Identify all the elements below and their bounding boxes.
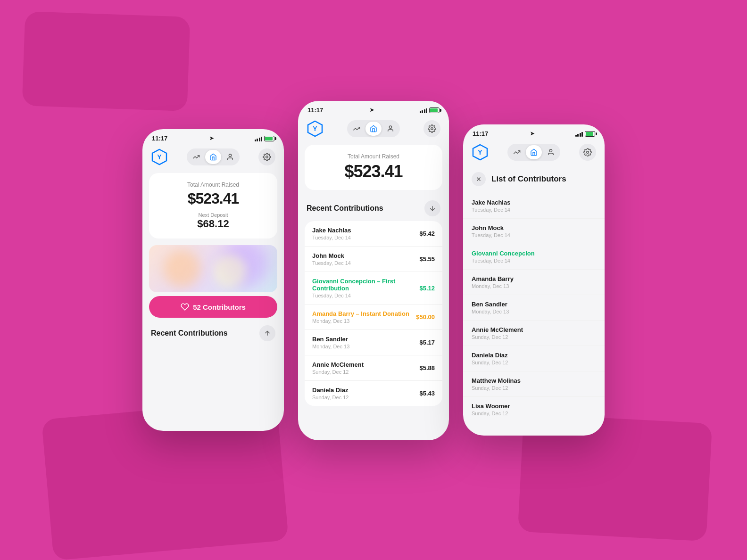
close-button-right[interactable] (472, 172, 486, 186)
total-raised-label-left: Total Amount Raised (158, 181, 268, 188)
svg-point-2 (229, 154, 231, 156)
contributors-button-left[interactable]: 52 Contributors (149, 296, 277, 318)
nav-tab-person-right[interactable] (543, 145, 559, 159)
nav-tab-person-center[interactable] (382, 122, 398, 136)
section-header-center: Recent Contributions (298, 193, 449, 221)
contributor-date-1: Tuesday, Dec 14 (472, 232, 596, 238)
contrib-amount-4: $5.17 (419, 339, 435, 346)
next-deposit-label-left: Next Deposit (158, 212, 268, 218)
contribution-item-4: Ben Sandler Monday, Dec 13 $5.17 (305, 330, 442, 355)
contributor-item-8: Lisa Woomer Sunday, Dec 12 (463, 397, 605, 422)
battery-fill-right (586, 132, 593, 136)
blur-circle-1 (163, 250, 201, 288)
app-header-center: Y (298, 116, 449, 142)
contributor-name-4: Ben Sandler (472, 301, 596, 308)
svg-text:Y: Y (478, 148, 482, 156)
close-icon-right (475, 176, 482, 182)
nav-tabs-left[interactable] (187, 148, 240, 165)
amount-card-left: Total Amount Raised $523.41 Next Deposit… (149, 173, 277, 239)
contributor-name-5: Annie McClement (472, 326, 596, 333)
contributor-date-4: Monday, Dec 13 (472, 309, 596, 314)
expand-btn-center[interactable] (424, 200, 440, 216)
contrib-name-5: Annie McClement (312, 361, 364, 368)
contributor-name-3: Amanda Barry (472, 275, 596, 282)
nav-tab-home-right[interactable] (526, 145, 542, 159)
svg-point-3 (266, 156, 268, 158)
section-title-center: Recent Contributions (307, 204, 383, 213)
contributor-item-7: Matthew Molinas Sunday, Dec 12 (463, 371, 605, 397)
contrib-date-6: Sunday, Dec 12 (312, 395, 349, 400)
contribution-item-0: Jake Nachlas Tuesday, Dec 14 $5.42 (305, 221, 442, 247)
app-header-right: Y (463, 140, 605, 165)
settings-btn-right[interactable] (579, 144, 596, 161)
contrib-amount-6: $5.43 (419, 390, 435, 397)
nav-tab-chart-left[interactable] (188, 150, 204, 164)
settings-btn-center[interactable] (423, 120, 440, 137)
contributor-date-7: Sunday, Dec 12 (472, 385, 596, 391)
contrib-name-0: Jake Nachlas (312, 227, 351, 234)
svg-text:Y: Y (157, 153, 162, 161)
app-logo-left: Y (151, 148, 168, 165)
nav-tab-chart-right[interactable] (509, 145, 525, 159)
nav-tab-home-center[interactable] (365, 122, 382, 136)
nav-tabs-right[interactable] (507, 144, 560, 161)
contributor-date-3: Monday, Dec 13 (472, 283, 596, 289)
heart-icon-left (181, 303, 189, 311)
contributions-list-center: Jake Nachlas Tuesday, Dec 14 $5.42 John … (305, 221, 442, 406)
contributor-item-0: Jake Nachlas Tuesday, Dec 14 (463, 193, 605, 219)
signal-center (420, 107, 428, 113)
arrow-up-icon-left (264, 329, 271, 337)
signal-right (575, 131, 583, 137)
contribution-item-5: Annie McClement Sunday, Dec 12 $5.88 (305, 355, 442, 381)
contributor-name-6: Daniela Diaz (472, 352, 596, 359)
contributor-name-0: Jake Nachlas (472, 199, 596, 206)
status-bar-left: 11:17 ➤ (142, 129, 284, 145)
status-icons-center (420, 107, 440, 113)
battery-center (429, 107, 440, 113)
nav-tabs-center[interactable] (347, 120, 400, 137)
svg-point-13 (587, 151, 589, 154)
svg-point-8 (431, 128, 433, 130)
battery-right (585, 131, 595, 137)
svg-point-7 (389, 126, 391, 128)
next-deposit-value-left: $68.12 (158, 218, 268, 230)
contribution-item-3: Amanda Barry – Instant Donation Monday, … (305, 305, 442, 330)
total-raised-value-center: $523.41 (314, 162, 433, 181)
contributor-name-7: Matthew Molinas (472, 377, 596, 384)
phone-left: 11:17 ➤ Y (142, 129, 284, 431)
svg-text:Y: Y (313, 125, 317, 132)
contrib-date-3: Monday, Dec 13 (312, 318, 409, 324)
amount-card-center: Total Amount Raised $523.41 (305, 145, 442, 190)
app-header-left: Y (142, 145, 284, 170)
contributor-item-5: Annie McClement Sunday, Dec 12 (463, 321, 605, 346)
status-bar-right: 11:17 ➤ (463, 124, 605, 140)
blur-circle-3 (213, 255, 246, 288)
settings-btn-left[interactable] (258, 148, 275, 165)
nav-tab-chart-center[interactable] (349, 122, 365, 136)
status-icons-left (255, 136, 275, 141)
contributor-name-2: Giovanni Concepcion (472, 250, 596, 257)
battery-left (264, 136, 274, 141)
bg-decoration-3 (22, 11, 191, 111)
contributor-date-8: Sunday, Dec 12 (472, 411, 596, 416)
contribution-item-2: Giovanni Concepcion – First Contribution… (305, 272, 442, 305)
status-icons-right (575, 131, 596, 137)
signal-left (255, 136, 263, 141)
battery-fill-center (430, 108, 438, 112)
app-logo-center: Y (307, 120, 324, 137)
phones-container: 11:17 ➤ Y (142, 120, 605, 440)
contributor-name-1: John Mock (472, 224, 596, 231)
contrib-name-2: Giovanni Concepcion – First Contribution (312, 278, 419, 292)
section-header-left: Recent Contributions (142, 318, 284, 346)
location-icon-right: ➤ (530, 131, 534, 137)
expand-btn-left[interactable] (259, 325, 275, 341)
phone-right: 11:17 ➤ Y (463, 124, 605, 436)
contrib-date-4: Monday, Dec 13 (312, 344, 349, 349)
contrib-name-4: Ben Sandler (312, 336, 349, 343)
nav-tab-home-left[interactable] (205, 150, 221, 164)
arrow-down-icon-center (429, 205, 436, 212)
time-left: 11:17 (152, 135, 167, 142)
nav-tab-person-left[interactable] (222, 150, 238, 164)
contrib-name-3: Amanda Barry – Instant Donation (312, 310, 409, 317)
phone-center: 11:17 ➤ Y (298, 101, 449, 440)
